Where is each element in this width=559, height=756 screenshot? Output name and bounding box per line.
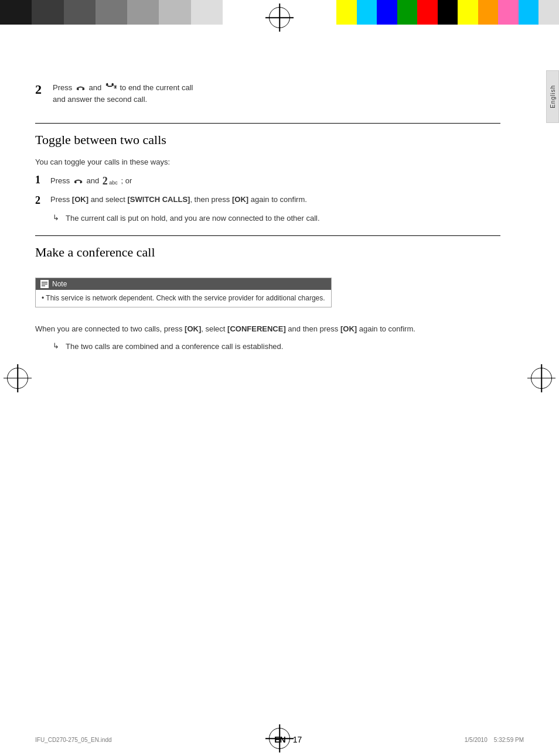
conf-ok2: [OK] bbox=[340, 324, 357, 333]
footer-page-number: EN 17 bbox=[274, 735, 302, 744]
item2-number: 2 bbox=[35, 194, 46, 207]
swatch-3 bbox=[64, 0, 96, 25]
crosshair-v-right bbox=[541, 364, 542, 392]
sidebar-tab-label: English bbox=[550, 85, 556, 108]
conf-end: again to confirm. bbox=[357, 324, 415, 333]
item1-and: and bbox=[86, 176, 101, 185]
swatch-r1 bbox=[336, 0, 357, 25]
swatch-1 bbox=[0, 0, 32, 25]
conference-intro: When you are connected to two calls, pre… bbox=[35, 323, 500, 335]
swatch-r2 bbox=[357, 0, 377, 25]
conference-result: ↳ The two calls are combined and a confe… bbox=[53, 341, 500, 353]
section-conference-call: Make a conference call Note This service… bbox=[35, 245, 500, 352]
crosshair-v bbox=[279, 4, 280, 32]
section2-title: Make a conference call bbox=[35, 245, 500, 260]
swatch-r5 bbox=[417, 0, 438, 25]
step2-intro: 2 Press and bbox=[35, 82, 500, 105]
svg-rect-11 bbox=[115, 86, 116, 87]
svg-line-15 bbox=[76, 182, 76, 183]
english-sidebar-tab: English bbox=[546, 70, 559, 123]
swatch-6 bbox=[159, 0, 190, 25]
swatch-r7 bbox=[458, 0, 478, 25]
svg-line-3 bbox=[83, 88, 83, 90]
toggle-result-text: The current call is put on hold, and you… bbox=[66, 213, 320, 224]
step2-text4: and answer the second call. bbox=[53, 95, 147, 104]
item2-select: and select bbox=[88, 195, 128, 204]
item1-or: ; or bbox=[121, 176, 132, 185]
section1-subtitle: You can toggle your calls in these ways: bbox=[35, 156, 500, 168]
step2-and-label: and bbox=[88, 83, 101, 92]
step2-number: 2 bbox=[35, 82, 47, 97]
step2-text: Press and bbox=[53, 82, 193, 105]
note-icon bbox=[40, 280, 49, 288]
swatch-5 bbox=[127, 0, 159, 25]
conf-mid2: and then press bbox=[286, 324, 340, 333]
arrow-icon: ↳ bbox=[53, 213, 62, 222]
swatch-r8 bbox=[478, 0, 499, 25]
swatch-r3 bbox=[377, 0, 397, 25]
swatch-7 bbox=[191, 0, 223, 25]
num2abc-icon: 2 abc bbox=[103, 173, 118, 189]
item1-press: Press bbox=[50, 176, 70, 185]
conf-mid: , select bbox=[201, 324, 227, 333]
svg-line-16 bbox=[80, 182, 81, 183]
footer-file: IFU_CD270-275_05_EN.indd bbox=[35, 737, 112, 743]
toggle-item2: 2 Press [OK] and select [SWITCH CALLS], … bbox=[35, 194, 500, 207]
toggle-item1: 1 Press and 2 abc bbox=[35, 173, 500, 189]
swatch-r6 bbox=[438, 0, 458, 25]
item2-switch: [SWITCH CALLS] bbox=[128, 195, 190, 204]
swatch-r11 bbox=[538, 0, 559, 25]
en-label: EN bbox=[274, 735, 285, 744]
item2-ok2: [OK] bbox=[232, 195, 248, 204]
toggle-result: ↳ The current call is put on hold, and y… bbox=[53, 213, 500, 224]
crosshair-left bbox=[7, 368, 28, 389]
item2-end: again to confirm. bbox=[248, 195, 307, 204]
footer-time: 5:32:59 PM bbox=[494, 737, 524, 743]
crosshair-top bbox=[269, 7, 290, 28]
swatch-r9 bbox=[498, 0, 519, 25]
swatch-r4 bbox=[397, 0, 418, 25]
conference-result-text: The two calls are combined and a confere… bbox=[66, 341, 283, 353]
swatch-r10 bbox=[519, 0, 539, 25]
note-body-text: This service is network dependent. Check… bbox=[42, 293, 325, 303]
section2-divider bbox=[35, 235, 500, 236]
item2-ok1: [OK] bbox=[72, 195, 88, 204]
phone-icon-item1 bbox=[73, 176, 83, 187]
conf-conference: [CONFERENCE] bbox=[227, 324, 286, 333]
conf-arrow-icon: ↳ bbox=[53, 341, 62, 350]
section-toggle-calls: Toggle between two calls You can toggle … bbox=[35, 132, 500, 224]
item2-press: Press bbox=[50, 195, 72, 204]
item2-content: Press [OK] and select [SWITCH CALLS], th… bbox=[50, 194, 307, 206]
svg-line-7 bbox=[112, 83, 113, 85]
swatch-4 bbox=[96, 0, 127, 25]
note-box: Note This service is network dependent. … bbox=[35, 278, 332, 307]
color-bar-right bbox=[336, 0, 559, 25]
svg-line-2 bbox=[78, 88, 79, 90]
crosshair-v-left bbox=[17, 364, 18, 392]
section1-title: Toggle between two calls bbox=[35, 132, 500, 148]
item2-then: , then press bbox=[190, 195, 232, 204]
step2-text3: to end the current call bbox=[120, 83, 193, 92]
footer-datetime: 1/5/2010 5:32:59 PM bbox=[465, 737, 524, 743]
footer-date: 1/5/2010 bbox=[465, 737, 488, 743]
swatch-2 bbox=[32, 0, 63, 25]
note-header: Note bbox=[36, 278, 331, 290]
main-content: 2 Press and bbox=[35, 35, 500, 727]
note-label: Note bbox=[52, 280, 67, 288]
step2-press-label: Press bbox=[53, 83, 72, 92]
note-body: This service is network dependent. Check… bbox=[36, 290, 331, 307]
svg-rect-12 bbox=[115, 87, 116, 88]
item1-number: 1 bbox=[35, 173, 46, 187]
answer-call-icon bbox=[105, 83, 117, 94]
color-bar-left bbox=[0, 0, 223, 25]
conf-intro-pre: When you are connected to two calls, pre… bbox=[35, 324, 185, 333]
svg-line-6 bbox=[107, 83, 108, 85]
conf-ok1: [OK] bbox=[185, 324, 201, 333]
section1-divider bbox=[35, 123, 500, 124]
crosshair-right bbox=[531, 368, 552, 389]
page-footer: IFU_CD270-275_05_EN.indd EN 17 1/5/2010 … bbox=[0, 735, 559, 744]
page-number: 17 bbox=[293, 735, 302, 744]
phone-end-icon bbox=[76, 83, 86, 94]
item1-content: Press and 2 abc ; or bbox=[50, 173, 132, 189]
